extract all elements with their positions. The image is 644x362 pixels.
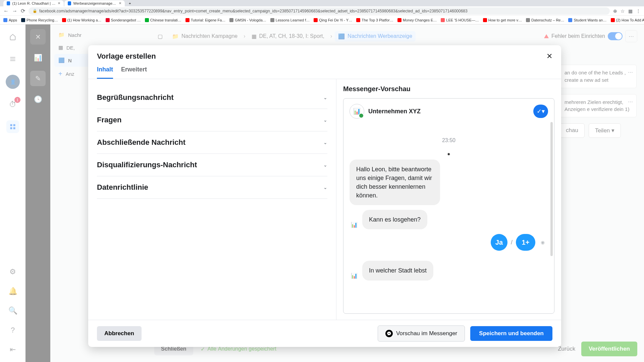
bookmark-icon[interactable]: ☆	[621, 8, 625, 14]
browser-tab[interactable]: (1) Leon R. Chaudhari | Faceb ✕	[3, 0, 64, 6]
reload-icon[interactable]: ⟳	[21, 8, 25, 14]
facebook-icon	[68, 1, 71, 5]
bookmark-item[interactable]: Lessons Learned f…	[270, 18, 310, 22]
bookmark-bar: Apps Phone Recycling… (1) How Working a……	[0, 15, 644, 24]
bookmark-item[interactable]: Sonderangebot …	[106, 18, 141, 22]
zoom-icon[interactable]: ⊕	[613, 8, 617, 14]
preview-title: Messenger-Vorschau	[343, 85, 554, 93]
facebook-icon	[7, 1, 10, 5]
business-avatar: 📊	[350, 104, 364, 119]
new-tab-button[interactable]: +	[125, 0, 134, 6]
preview-button[interactable]: Vorschau im Messenger	[378, 325, 465, 342]
chevron-down-icon: ⌄	[323, 95, 327, 100]
section-privacy[interactable]: Datenrichtlinie⌄	[97, 176, 327, 199]
reply-yes[interactable]: Ja	[491, 234, 507, 251]
message-bubble: Kann es losgehen?	[362, 210, 427, 229]
seen-icon: ◉	[541, 240, 545, 245]
section-closing[interactable]: Abschließende Nachricht⌄	[97, 131, 327, 154]
bookmark-item[interactable]: Apps	[3, 18, 17, 22]
browser-tab[interactable]: Werbeanzeigenmanager – We ✕	[64, 0, 125, 6]
toolbar-icons: ⊕ ☆ ▦ ⋮	[613, 8, 641, 14]
message-row: 📊 In welcher Stadt lebst	[350, 261, 548, 280]
cursor-icon: ⁕	[350, 152, 548, 157]
sender-avatar: 📊	[350, 271, 359, 281]
modal-title: Vorlage erstellen	[97, 52, 156, 61]
bookmark-item[interactable]: How to get more v…	[483, 18, 522, 22]
cancel-button[interactable]: Abbrechen	[97, 326, 142, 341]
message-row: 📊 Kann es losgehen?	[350, 210, 548, 229]
bookmark-item[interactable]: GMSN - Vologda…	[229, 18, 266, 22]
bookmark-item[interactable]: The Top 3 Platfor…	[356, 18, 393, 22]
business-name: Unternehmen XYZ	[368, 108, 421, 115]
modal-body: Begrüßungsnachricht⌄ Fragen⌄ Abschließen…	[88, 79, 561, 320]
tab-advanced[interactable]: Erweitert	[121, 66, 147, 79]
bookmark-item[interactable]: Money Changes E…	[397, 18, 437, 22]
bookmark-item[interactable]: LEE 'S HOUSE—…	[441, 18, 479, 22]
bookmark-item[interactable]: Chinese translati…	[145, 18, 181, 22]
preview-panel: Messenger-Vorschau 📊 Unternehmen XYZ ✓▾ …	[336, 79, 561, 320]
bookmark-item[interactable]: Student Wants an…	[568, 18, 606, 22]
verified-badge: ✓▾	[533, 105, 548, 118]
chevron-down-icon: ⌄	[323, 162, 327, 168]
chevron-down-icon: ⌄	[323, 140, 327, 145]
section-greeting[interactable]: Begrüßungsnachricht⌄	[97, 86, 327, 109]
url-bar[interactable]: 🔒 facebook.com/adsmanager/manage/ads/edi…	[29, 7, 610, 15]
close-icon[interactable]: ✕	[58, 1, 60, 5]
template-modal: Vorlage erstellen ✕ Inhalt Erweitert Beg…	[88, 45, 561, 347]
sections-panel: Begrüßungsnachricht⌄ Fragen⌄ Abschließen…	[88, 79, 336, 320]
message-bubble: In welcher Stadt lebst	[362, 261, 433, 280]
tab-title: (1) Leon R. Chaudhari | Faceb	[12, 1, 56, 5]
modal-footer: Abbrechen Vorschau im Messenger Speicher…	[88, 320, 561, 347]
browser-chrome: (1) Leon R. Chaudhari | Faceb ✕ Werbeanz…	[0, 0, 644, 24]
lock-icon: 🔒	[33, 9, 37, 13]
close-icon[interactable]: ✕	[546, 52, 552, 61]
bookmark-item[interactable]: Phone Recycling…	[21, 18, 58, 22]
bookmark-item[interactable]: (1) How Working a…	[62, 18, 102, 22]
message-bubble: Hallo Leon, bitte beantworte uns einige …	[350, 160, 440, 205]
chevron-down-icon: ⌄	[323, 117, 327, 123]
bookmark-item[interactable]: Qing Fei De Yi - Y…	[314, 18, 352, 22]
chat-timestamp: 23:50	[350, 137, 548, 143]
reply-more[interactable]: 1+	[516, 234, 535, 251]
extensions-icon[interactable]: ▦	[628, 8, 633, 14]
tab-content[interactable]: Inhalt	[97, 66, 113, 79]
back-icon[interactable]: ←	[3, 8, 9, 14]
modal-tabs: Inhalt Erweitert	[88, 61, 561, 79]
messenger-preview: 📊 Unternehmen XYZ ✓▾ 23:50 ⁕ Hallo Leon,…	[343, 98, 554, 314]
nav-bar: ← → ⟳ 🔒 facebook.com/adsmanager/manage/a…	[0, 6, 644, 16]
tab-title: Werbeanzeigenmanager – We	[73, 1, 117, 5]
chevron-down-icon: ⌄	[323, 185, 327, 190]
bookmark-item[interactable]: Datenschutz – Re…	[526, 18, 564, 22]
forward-icon[interactable]: →	[12, 8, 17, 14]
menu-icon[interactable]: ⋮	[636, 8, 641, 14]
quick-replies: Ja / 1+ ◉	[491, 234, 545, 251]
section-questions[interactable]: Fragen⌄	[97, 109, 327, 131]
bookmark-item[interactable]: Tutorial: Eigene Fa…	[185, 18, 226, 22]
bookmark-item[interactable]: (2) How To Add A…	[611, 18, 644, 22]
sender-avatar: 📊	[350, 220, 359, 229]
chat-header: 📊 Unternehmen XYZ ✓▾	[350, 104, 548, 119]
tab-strip: (1) Leon R. Chaudhari | Faceb ✕ Werbeanz…	[0, 0, 644, 6]
save-button[interactable]: Speichern und beenden	[470, 326, 552, 341]
scrollbar[interactable]	[550, 122, 553, 256]
separator: /	[511, 239, 513, 246]
modal-header: Vorlage erstellen ✕	[88, 45, 561, 61]
section-disqualify[interactable]: Disqualifizierungs-Nachricht⌄	[97, 154, 327, 176]
url-text: facebook.com/adsmanager/manage/ads/edit?…	[39, 9, 468, 13]
messenger-icon	[385, 330, 393, 337]
close-icon[interactable]: ✕	[119, 1, 121, 5]
